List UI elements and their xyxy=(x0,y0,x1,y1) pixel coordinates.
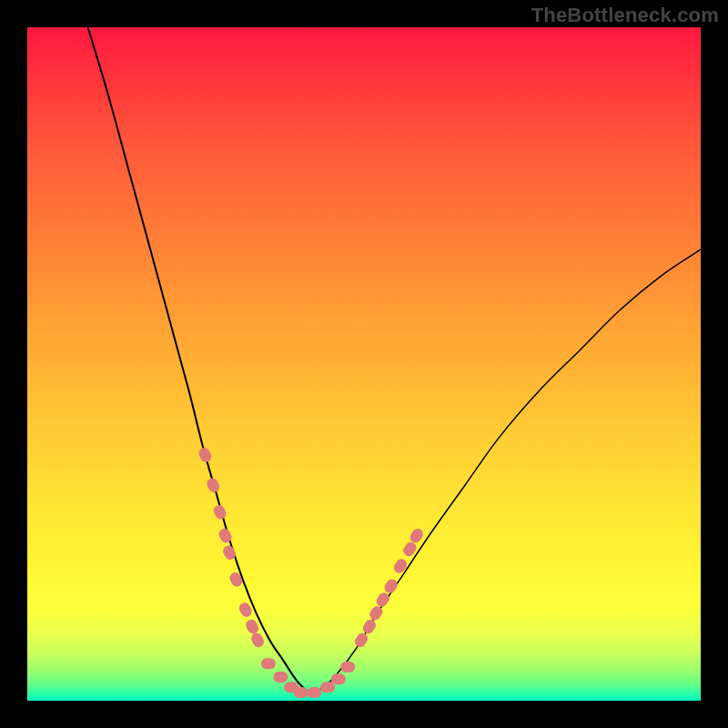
data-marker xyxy=(374,591,391,609)
data-marker xyxy=(360,618,378,636)
data-marker xyxy=(249,632,266,650)
data-marker xyxy=(353,631,370,649)
data-marker xyxy=(244,618,260,636)
data-marker xyxy=(382,577,399,595)
watermark-text: TheBottleneck.com xyxy=(531,4,719,27)
data-marker xyxy=(331,673,346,684)
data-marker xyxy=(261,658,276,669)
data-marker xyxy=(392,557,410,575)
data-marker xyxy=(205,476,221,494)
data-marker xyxy=(197,446,213,464)
chart-frame: TheBottleneck.com xyxy=(0,0,728,728)
chart-svg xyxy=(27,27,701,701)
plot-area xyxy=(27,27,701,701)
data-marker xyxy=(408,527,425,545)
data-marker xyxy=(307,687,321,698)
data-marker xyxy=(320,682,335,693)
data-marker xyxy=(340,662,355,672)
data-marker xyxy=(293,687,308,698)
curve-left-branch xyxy=(88,27,310,694)
data-marker xyxy=(273,672,288,682)
data-marker xyxy=(228,571,244,589)
data-marker xyxy=(212,503,228,521)
marker-group xyxy=(197,446,425,698)
